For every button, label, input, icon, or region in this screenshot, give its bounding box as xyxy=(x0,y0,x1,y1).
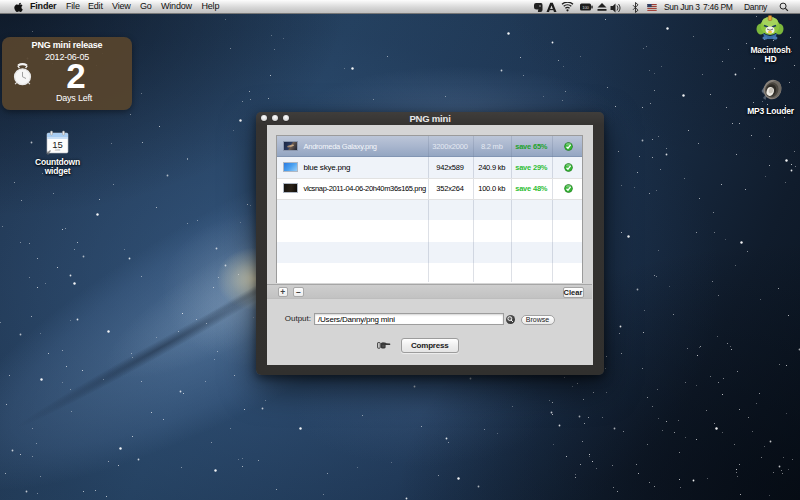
svg-text:100: 100 xyxy=(582,5,589,10)
svg-text:15: 15 xyxy=(52,139,63,150)
svg-text:June: June xyxy=(55,148,61,152)
